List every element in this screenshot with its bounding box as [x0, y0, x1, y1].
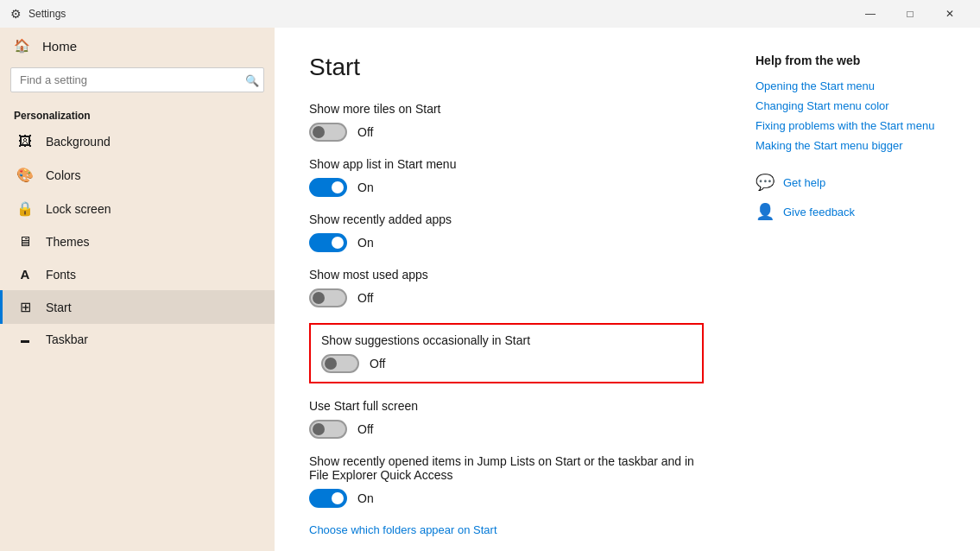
sidebar-item-label-lock-screen: Lock screen	[46, 202, 111, 216]
toggle-app-list-thumb	[332, 181, 344, 193]
home-icon: 🏠	[14, 38, 30, 54]
toggle-more-tiles[interactable]	[309, 123, 347, 142]
setting-more-tiles: Show more tiles on Start Off	[309, 102, 704, 142]
toggle-recently-opened-track	[309, 489, 347, 508]
toggle-app-list[interactable]	[309, 178, 347, 197]
setting-more-tiles-label: Show more tiles on Start	[309, 102, 704, 116]
minimize-button[interactable]: —	[850, 0, 890, 28]
toggle-full-screen-track	[309, 420, 347, 439]
setting-suggestions-row: Off	[321, 354, 692, 373]
setting-full-screen-label: Use Start full screen	[309, 399, 704, 413]
setting-app-list-row: On	[309, 178, 704, 197]
setting-recently-opened: Show recently opened items in Jump Lists…	[309, 454, 704, 508]
choose-folders-link[interactable]: Choose which folders appear on Start	[309, 523, 704, 536]
search-icon-button[interactable]: 🔍	[245, 73, 259, 86]
sidebar-item-label-themes: Themes	[46, 235, 90, 249]
sidebar-item-background[interactable]: 🖼 Background	[0, 125, 275, 158]
sidebar: 🏠 Home 🔍 Personalization 🖼 Background 🎨 …	[0, 28, 275, 551]
sidebar-item-themes[interactable]: 🖥 Themes	[0, 225, 275, 258]
toggle-more-tiles-track	[309, 123, 347, 142]
setting-most-used: Show most used apps Off	[309, 268, 704, 307]
titlebar-left: ⚙ Settings	[10, 7, 66, 21]
give-feedback-item[interactable]: 👤 Give feedback	[756, 202, 945, 221]
sidebar-item-lock-screen[interactable]: 🔒 Lock screen	[0, 192, 275, 225]
help-link-2[interactable]: Fixing problems with the Start menu	[756, 119, 945, 132]
setting-full-screen-row: Off	[309, 420, 704, 439]
toggle-full-screen-value: Off	[357, 422, 373, 436]
settings-icon: ⚙	[10, 7, 22, 21]
help-link-0[interactable]: Opening the Start menu	[756, 79, 945, 92]
sidebar-item-taskbar[interactable]: ▬ Taskbar	[0, 324, 275, 355]
background-icon: 🖼	[16, 134, 34, 149]
toggle-suggestions-value: Off	[370, 357, 385, 370]
setting-suggestions-label: Show suggestions occasionally in Start	[321, 333, 692, 347]
setting-more-tiles-row: Off	[309, 123, 704, 142]
help-title: Help from the web	[756, 54, 945, 67]
toggle-suggestions-thumb	[325, 358, 337, 370]
sidebar-item-label-taskbar: Taskbar	[46, 332, 88, 346]
sidebar-item-label-fonts: Fonts	[46, 268, 76, 282]
toggle-recently-opened-value: On	[357, 491, 374, 505]
help-actions: 💬 Get help 👤 Give feedback	[756, 173, 945, 221]
setting-recently-opened-row: On	[309, 489, 704, 508]
toggle-recently-opened-thumb	[332, 492, 344, 504]
themes-icon: 🖥	[16, 234, 34, 250]
home-label: Home	[42, 39, 77, 54]
setting-app-list: Show app list in Start menu On	[309, 157, 704, 197]
content-main: Start Show more tiles on Start Off Show …	[309, 54, 704, 525]
titlebar-controls: — □ ✕	[850, 0, 970, 28]
sidebar-item-label-start: Start	[46, 301, 72, 314]
toggle-recently-added-thumb	[332, 237, 344, 249]
taskbar-icon: ▬	[16, 335, 34, 345]
sidebar-item-colors[interactable]: 🎨 Colors	[0, 158, 275, 192]
toggle-suggestions-track	[321, 354, 359, 373]
sidebar-item-fonts[interactable]: A Fonts	[0, 258, 275, 290]
sidebar-item-label-colors: Colors	[46, 168, 80, 182]
setting-full-screen: Use Start full screen Off	[309, 399, 704, 439]
help-link-1[interactable]: Changing Start menu color	[756, 99, 945, 112]
page-title: Start	[309, 54, 704, 81]
toggle-most-used-track	[309, 288, 347, 307]
help-panel: Help from the web Opening the Start menu…	[756, 54, 945, 525]
toggle-suggestions[interactable]	[321, 354, 359, 373]
toggle-more-tiles-thumb	[313, 126, 325, 138]
give-feedback-icon: 👤	[756, 202, 775, 221]
get-help-item[interactable]: 💬 Get help	[756, 173, 945, 192]
sidebar-section-title: Personalization	[0, 103, 275, 125]
toggle-most-used[interactable]	[309, 288, 347, 307]
sidebar-search-container: 🔍	[10, 67, 264, 92]
toggle-recently-added[interactable]	[309, 233, 347, 252]
toggle-recently-added-value: On	[357, 236, 374, 250]
setting-recently-added: Show recently added apps On	[309, 212, 704, 252]
content-area: Start Show more tiles on Start Off Show …	[275, 28, 980, 551]
setting-suggestions-highlighted: Show suggestions occasionally in Start O…	[309, 323, 704, 383]
app-body: 🏠 Home 🔍 Personalization 🖼 Background 🎨 …	[0, 28, 980, 551]
give-feedback-label: Give feedback	[783, 206, 855, 218]
toggle-most-used-thumb	[313, 292, 325, 304]
help-link-3[interactable]: Making the Start menu bigger	[756, 139, 945, 152]
setting-most-used-label: Show most used apps	[309, 268, 704, 282]
toggle-full-screen[interactable]	[309, 420, 347, 439]
titlebar: ⚙ Settings — □ ✕	[0, 0, 980, 28]
toggle-recently-added-track	[309, 233, 347, 252]
setting-recently-opened-label: Show recently opened items in Jump Lists…	[309, 454, 704, 482]
maximize-button[interactable]: □	[890, 0, 930, 28]
setting-recently-added-label: Show recently added apps	[309, 212, 704, 226]
toggle-more-tiles-value: Off	[357, 125, 373, 139]
fonts-icon: A	[16, 267, 34, 282]
get-help-label: Get help	[783, 176, 825, 189]
setting-app-list-label: Show app list in Start menu	[309, 157, 704, 171]
close-button[interactable]: ✕	[930, 0, 970, 28]
sidebar-item-start[interactable]: ⊞ Start	[0, 290, 275, 324]
sidebar-home-button[interactable]: 🏠 Home	[0, 28, 275, 64]
colors-icon: 🎨	[16, 167, 34, 183]
toggle-recently-opened[interactable]	[309, 489, 347, 508]
sidebar-item-label-background: Background	[46, 135, 111, 149]
toggle-app-list-value: On	[357, 180, 374, 194]
toggle-full-screen-thumb	[313, 423, 325, 435]
setting-most-used-row: Off	[309, 288, 704, 307]
setting-recently-added-row: On	[309, 233, 704, 252]
lock-screen-icon: 🔒	[16, 200, 34, 217]
toggle-app-list-track	[309, 178, 347, 197]
search-input[interactable]	[10, 67, 264, 92]
